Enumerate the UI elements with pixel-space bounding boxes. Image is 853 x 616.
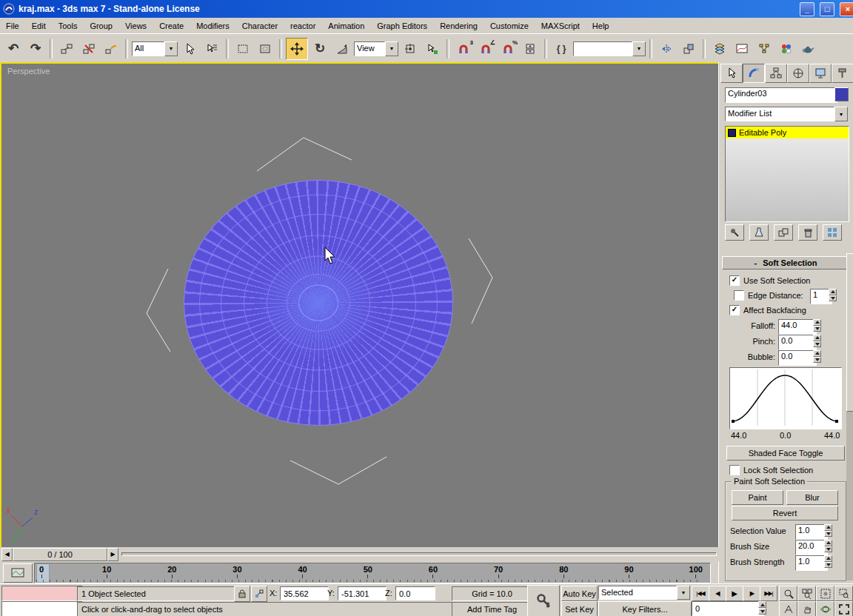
time-spinner[interactable]: [758, 601, 766, 615]
menu-create[interactable]: Create: [159, 21, 184, 30]
pinch-spinner[interactable]: [813, 335, 821, 347]
brush-strength-field[interactable]: 1.0: [795, 555, 828, 571]
redo-button[interactable]: ↷: [25, 38, 46, 59]
perspective-viewport[interactable]: Perspective x z y: [0, 62, 721, 550]
show-end-result-button[interactable]: [749, 224, 769, 241]
tab-create[interactable]: [720, 64, 743, 83]
menu-character[interactable]: Character: [242, 21, 278, 30]
unlink-selection-button[interactable]: [78, 38, 99, 59]
menu-file[interactable]: File: [6, 21, 19, 30]
tab-utilities[interactable]: [832, 64, 853, 83]
pin-stack-button[interactable]: [725, 224, 744, 241]
brush-size-spinner[interactable]: [824, 540, 832, 552]
select-and-manipulate-button[interactable]: [422, 38, 443, 59]
stack-item-editable-poly[interactable]: Editable Poly: [726, 127, 849, 138]
track-bar[interactable]: 0 10 20 30 40 50 60 70 80 90 100: [34, 563, 711, 583]
pinch-field[interactable]: 0.0: [778, 335, 817, 350]
angle-snap-button[interactable]: ∠: [475, 38, 496, 59]
bubble-field[interactable]: 0.0: [778, 350, 817, 366]
select-and-link-button[interactable]: [56, 38, 77, 59]
zoom-extents-button[interactable]: [816, 586, 834, 601]
spinner-snap-button[interactable]: [520, 38, 541, 59]
go-to-end-button[interactable]: ▶▶|: [760, 586, 777, 601]
time-slider-thumb[interactable]: 0 / 100: [13, 548, 107, 561]
remove-modifier-button[interactable]: [798, 224, 817, 241]
menu-edit[interactable]: Edit: [32, 21, 46, 30]
edit-named-selection-sets-button[interactable]: { }: [551, 38, 572, 59]
render-scene-button[interactable]: [798, 38, 819, 59]
y-coordinate-field[interactable]: -51.301: [338, 586, 387, 600]
previous-frame-button[interactable]: ◀|: [709, 586, 726, 601]
use-soft-selection-checkbox[interactable]: ✓: [729, 275, 740, 286]
shaded-face-toggle-button[interactable]: Shaded Face Toggle: [726, 446, 845, 461]
open-mini-curve-editor-button[interactable]: [3, 563, 33, 583]
soft-selection-rollout-header[interactable]: - Soft Selection: [722, 256, 849, 270]
layer-manager-button[interactable]: [709, 38, 730, 59]
falloff-spinner[interactable]: [813, 319, 821, 332]
pan-button[interactable]: [797, 601, 816, 616]
arc-rotate-button[interactable]: [816, 601, 834, 616]
maxscript-mini-listener-pink[interactable]: [1, 586, 83, 601]
go-to-start-button[interactable]: |◀◀: [692, 586, 709, 601]
menu-rendering[interactable]: Rendering: [440, 21, 478, 30]
add-time-tag[interactable]: Add Time Tag: [452, 602, 532, 616]
maximize-button[interactable]: □: [820, 2, 834, 16]
menu-animation[interactable]: Animation: [328, 21, 364, 30]
revert-button[interactable]: Revert: [732, 506, 838, 520]
play-button[interactable]: ▶: [726, 586, 743, 601]
set-key-button[interactable]: Set Key: [561, 601, 598, 616]
selection-value-spinner[interactable]: [824, 524, 832, 537]
menu-tools[interactable]: Tools: [58, 21, 78, 30]
z-coordinate-field[interactable]: 0.0: [395, 586, 435, 600]
select-by-name-button[interactable]: [201, 38, 222, 59]
panel-scrollbar[interactable]: [846, 253, 853, 580]
menu-maxscript[interactable]: MAXScript: [541, 21, 580, 30]
make-unique-button[interactable]: [774, 224, 793, 241]
set-keys-button[interactable]: [527, 585, 560, 616]
use-pivot-center-button[interactable]: [400, 38, 421, 59]
select-and-scale-button[interactable]: [332, 38, 352, 59]
tab-display[interactable]: [809, 64, 832, 83]
select-and-rotate-button[interactable]: ↻: [310, 38, 330, 59]
modifier-stack[interactable]: Editable Poly: [725, 126, 849, 222]
menu-group[interactable]: Group: [90, 21, 113, 30]
object-name-field[interactable]: Cylinder03: [725, 87, 837, 103]
material-editor-button[interactable]: [776, 38, 797, 59]
selection-lock-toggle[interactable]: [234, 586, 250, 602]
edge-distance-checkbox[interactable]: [734, 290, 744, 301]
zoom-button[interactable]: [779, 586, 797, 601]
falloff-field[interactable]: 44.0: [778, 319, 817, 335]
menu-reactor[interactable]: reactor: [290, 21, 315, 30]
edge-distance-spinner[interactable]: [829, 289, 837, 301]
align-button[interactable]: [678, 38, 699, 59]
tab-modify[interactable]: [743, 64, 765, 83]
menu-views[interactable]: Views: [125, 21, 147, 30]
reference-coordinate-dropdown[interactable]: View▼: [354, 41, 398, 56]
panel-scrollbar-thumb[interactable]: [846, 253, 853, 412]
bind-to-spacewarp-button[interactable]: [101, 38, 121, 59]
tab-motion[interactable]: [787, 64, 809, 83]
mirror-button[interactable]: [656, 38, 677, 59]
minimize-button[interactable]: _: [800, 2, 814, 16]
x-coordinate-field[interactable]: 35.562: [280, 586, 329, 600]
time-slider-next-button[interactable]: ▶: [107, 548, 118, 561]
min-max-toggle-button[interactable]: [834, 601, 853, 616]
percent-snap-button[interactable]: %: [498, 38, 518, 59]
tab-hierarchy[interactable]: [765, 64, 787, 83]
brush-strength-spinner[interactable]: [824, 555, 832, 568]
selection-value-field[interactable]: 1.0: [795, 524, 828, 540]
next-frame-button[interactable]: |▶: [743, 586, 760, 601]
window-crossing-button[interactable]: [255, 38, 275, 59]
selection-region-button[interactable]: [233, 38, 253, 59]
configure-modifier-sets-button[interactable]: [823, 224, 842, 241]
menu-help[interactable]: Help: [592, 21, 609, 30]
paint-button[interactable]: Paint: [732, 490, 783, 505]
maxscript-mini-listener-white[interactable]: [1, 601, 83, 616]
auto-key-button[interactable]: Auto Key: [561, 586, 598, 601]
current-time-field[interactable]: 0: [692, 601, 764, 616]
undo-button[interactable]: ↶: [3, 38, 24, 59]
time-slider-track[interactable]: [121, 552, 717, 556]
field-of-view-button[interactable]: [779, 601, 797, 616]
schematic-view-button[interactable]: [754, 38, 775, 59]
title-bar[interactable]: kraj.max - 3ds max 7 - Stand-alone Licen…: [0, 0, 853, 18]
